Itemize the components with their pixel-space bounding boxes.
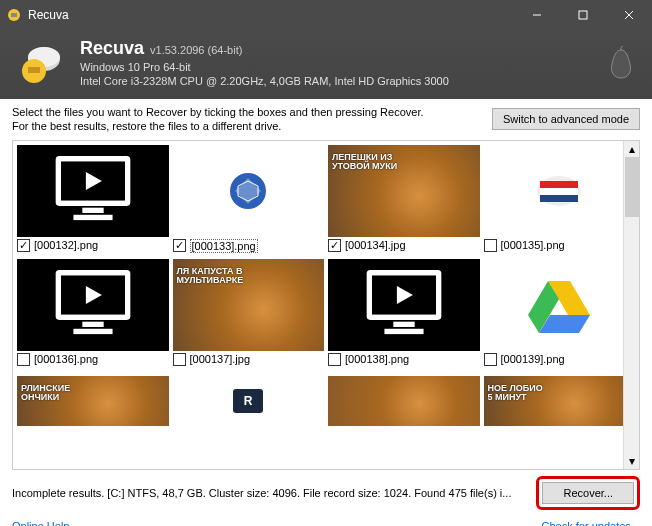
svg-rect-3: [579, 11, 587, 19]
svg-rect-19: [540, 195, 578, 202]
file-checkbox[interactable]: [328, 353, 341, 366]
file-item[interactable]: ЛЯ КАПУСТА ВМУЛЬТИВАРКЕ[000137].jpg: [173, 259, 325, 368]
svg-rect-28: [393, 322, 414, 327]
file-name[interactable]: [000138].png: [345, 353, 409, 365]
svg-rect-13: [82, 208, 103, 213]
thumbnail[interactable]: [328, 259, 480, 351]
file-name[interactable]: [000139].png: [501, 353, 565, 365]
online-help-link[interactable]: Online Help: [12, 520, 69, 526]
titlebar: Recuva: [0, 0, 652, 30]
app-icon: [6, 7, 22, 23]
svg-rect-17: [540, 181, 578, 188]
thumbnail[interactable]: [17, 259, 169, 351]
maximize-button[interactable]: [560, 0, 606, 30]
window-title: Recuva: [28, 8, 514, 22]
file-item[interactable]: НОЕ ЛОБИО5 МИНУТ: [484, 376, 636, 426]
svg-rect-24: [73, 329, 112, 334]
file-item[interactable]: [000135].png: [484, 145, 636, 255]
instructions: Select the files you want to Recover by …: [12, 105, 484, 134]
scroll-down-button[interactable]: ▾: [624, 453, 639, 469]
scroll-up-button[interactable]: ▴: [624, 141, 639, 157]
recover-button[interactable]: Recover...: [542, 482, 634, 504]
svg-text:R: R: [244, 394, 253, 408]
thumbnail[interactable]: РЛИНСКИЕОНЧИКИ: [17, 376, 169, 426]
scrollbar[interactable]: ▴ ▾: [623, 141, 639, 469]
file-checkbox[interactable]: [484, 353, 497, 366]
thumbnail[interactable]: [173, 145, 325, 237]
file-checkbox[interactable]: [17, 353, 30, 366]
file-item[interactable]: [000136].png: [17, 259, 169, 368]
file-item[interactable]: [000132].png: [17, 145, 169, 255]
app-version: v1.53.2096 (64-bit): [150, 44, 242, 56]
status-text: Incomplete results. [C:] NTFS, 48,7 GB. …: [12, 487, 528, 499]
file-name[interactable]: [000134].jpg: [345, 239, 406, 251]
thumbnail[interactable]: [484, 259, 636, 351]
file-item[interactable]: R: [173, 376, 325, 426]
thumbnail[interactable]: ЛЕПЕШКИ ИЗУТОВОЙ МУКИ: [328, 145, 480, 237]
file-name[interactable]: [000136].png: [34, 353, 98, 365]
advanced-mode-button[interactable]: Switch to advanced mode: [492, 108, 640, 130]
file-name[interactable]: [000135].png: [501, 239, 565, 251]
thumbnail[interactable]: [484, 145, 636, 237]
file-name[interactable]: [000137].jpg: [190, 353, 251, 365]
file-item[interactable]: РЛИНСКИЕОНЧИКИ: [17, 376, 169, 426]
thumbnail[interactable]: [17, 145, 169, 237]
file-checkbox[interactable]: [484, 239, 497, 252]
file-item[interactable]: [000138].png: [328, 259, 480, 368]
os-info: Windows 10 Pro 64-bit: [80, 61, 606, 73]
thumbnail[interactable]: НОЕ ЛОБИО5 МИНУТ: [484, 376, 636, 426]
svg-rect-29: [384, 329, 423, 334]
svg-rect-9: [28, 67, 40, 73]
thumbnail[interactable]: ЛЯ КАПУСТА ВМУЛЬТИВАРКЕ: [173, 259, 325, 351]
file-checkbox[interactable]: [17, 239, 30, 252]
instructions-line2: For the best results, restore the files …: [12, 119, 484, 133]
file-item[interactable]: [328, 376, 480, 426]
scroll-thumb[interactable]: [625, 157, 639, 217]
hw-info: Intel Core i3-2328M CPU @ 2.20GHz, 4,0GB…: [80, 75, 606, 87]
file-item[interactable]: [000139].png: [484, 259, 636, 368]
app-name: Recuva: [80, 38, 144, 58]
thumbnail[interactable]: R: [173, 376, 325, 426]
file-name[interactable]: [000133].png: [190, 239, 258, 253]
file-checkbox[interactable]: [328, 239, 341, 252]
piriform-logo-icon: [606, 46, 636, 80]
file-name[interactable]: [000132].png: [34, 239, 98, 251]
file-checkbox[interactable]: [173, 353, 186, 366]
svg-rect-1: [11, 13, 17, 17]
svg-rect-14: [73, 215, 112, 220]
file-checkbox[interactable]: [173, 239, 186, 252]
file-item[interactable]: [000133].png: [173, 145, 325, 255]
app-logo-icon: [16, 39, 64, 87]
file-list: [000132].png[000133].pngЛЕПЕШКИ ИЗУТОВОЙ…: [12, 140, 640, 470]
svg-rect-18: [540, 188, 578, 195]
svg-rect-23: [82, 322, 103, 327]
check-updates-link[interactable]: Check for updates...: [542, 520, 640, 526]
file-item[interactable]: ЛЕПЕШКИ ИЗУТОВОЙ МУКИ[000134].jpg: [328, 145, 480, 255]
thumbnail[interactable]: [328, 376, 480, 426]
header: Recuvav1.53.2096 (64-bit) Windows 10 Pro…: [0, 30, 652, 99]
minimize-button[interactable]: [514, 0, 560, 30]
recover-highlight: Recover...: [536, 476, 640, 510]
close-button[interactable]: [606, 0, 652, 30]
instructions-line1: Select the files you want to Recover by …: [12, 105, 484, 119]
